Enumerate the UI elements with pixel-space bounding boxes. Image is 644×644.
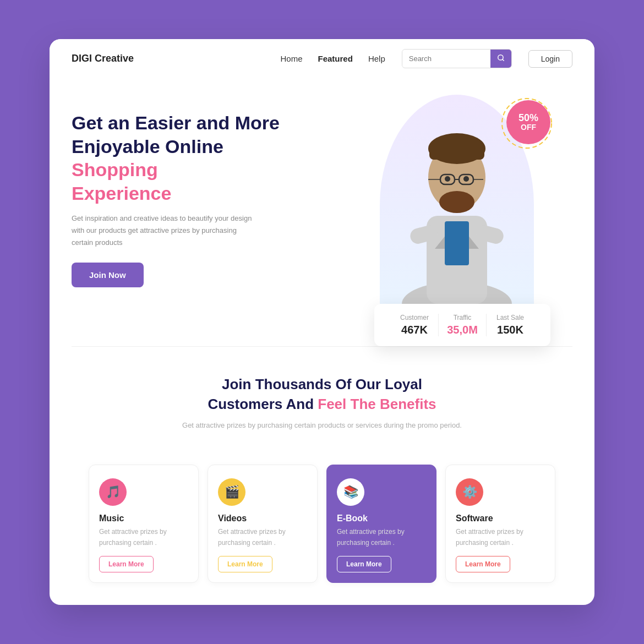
stats-card: Customer 467K Traffic 35,0M Last Sale 15… bbox=[374, 304, 550, 346]
music-card-desc: Get attractive prizes by purchasing cert… bbox=[99, 527, 188, 548]
svg-point-18 bbox=[445, 176, 450, 182]
feature-card-software: ⚙️ Software Get attractive prizes by pur… bbox=[445, 465, 555, 582]
software-card-desc: Get attractive prizes by purchasing cert… bbox=[456, 527, 545, 548]
music-card-name: Music bbox=[99, 514, 188, 523]
software-learn-button[interactable]: Learn More bbox=[456, 556, 510, 572]
ebook-icon: 📚 bbox=[337, 478, 364, 506]
hero-image-area: 50% OFF bbox=[341, 84, 572, 315]
ebook-card-name: E-Book bbox=[337, 514, 426, 523]
music-learn-button[interactable]: Learn More bbox=[99, 556, 154, 572]
feature-card-music: 🎵 Music Get attractive prizes by purchas… bbox=[89, 465, 199, 582]
hero-section: Get an Easier and More Enjoyable Online … bbox=[50, 78, 594, 346]
main-card: DIGI Creative Home Featured Help Login G… bbox=[50, 39, 594, 605]
logo: DIGI Creative bbox=[72, 53, 134, 64]
videos-icon: 🎬 bbox=[218, 478, 245, 506]
svg-rect-6 bbox=[445, 221, 469, 265]
feature-card-ebook: 📚 E-Book Get attractive prizes by purcha… bbox=[326, 465, 436, 582]
feature-card-videos: 🎬 Videos Get attractive prizes by purcha… bbox=[208, 465, 318, 582]
navbar: DIGI Creative Home Featured Help Login bbox=[50, 39, 594, 78]
nav-home[interactable]: Home bbox=[281, 54, 303, 63]
svg-point-19 bbox=[463, 176, 469, 182]
ebook-learn-button[interactable]: Learn More bbox=[337, 556, 391, 572]
music-icon: 🎵 bbox=[99, 478, 127, 506]
section2: Join Thousands Of Our Loyal Customers An… bbox=[50, 347, 594, 449]
nav-help[interactable]: Help bbox=[368, 54, 385, 63]
section2-subtitle: Get attractive prizes by purchasing cert… bbox=[72, 419, 572, 432]
software-card-name: Software bbox=[456, 514, 545, 523]
software-icon: ⚙️ bbox=[456, 478, 483, 506]
search-input[interactable] bbox=[402, 51, 490, 67]
hero-subtitle: Get inspiration and creative ideas to be… bbox=[72, 212, 259, 249]
stat-traffic-label: Traffic bbox=[446, 314, 478, 321]
videos-card-name: Videos bbox=[218, 514, 307, 523]
join-now-button[interactable]: Join Now bbox=[72, 263, 144, 287]
svg-rect-11 bbox=[429, 143, 484, 160]
feature-cards-grid: 🎵 Music Get attractive prizes by purchas… bbox=[50, 448, 594, 604]
search-icon bbox=[497, 54, 505, 62]
search-button[interactable] bbox=[490, 50, 511, 68]
stat-customer-value: 467K bbox=[399, 324, 430, 336]
discount-circle: 50% OFF bbox=[506, 100, 550, 144]
videos-learn-button[interactable]: Learn More bbox=[218, 556, 272, 572]
search-bar bbox=[402, 49, 512, 68]
stat-customer: Customer 467K bbox=[391, 314, 439, 336]
nav-featured[interactable]: Featured bbox=[318, 54, 353, 63]
stat-lastsale: Last Sale 150K bbox=[487, 314, 534, 336]
videos-card-desc: Get attractive prizes by purchasing cert… bbox=[218, 527, 307, 548]
stat-lastsale-value: 150K bbox=[494, 324, 526, 336]
hero-content: Get an Easier and More Enjoyable Online … bbox=[72, 100, 303, 287]
nav-links: Home Featured Help bbox=[281, 54, 385, 64]
discount-badge: 50% OFF bbox=[495, 95, 556, 155]
section2-title: Join Thousands Of Our Loyal Customers An… bbox=[72, 374, 572, 414]
ebook-card-desc: Get attractive prizes by purchasing cert… bbox=[337, 527, 426, 548]
hero-title: Get an Easier and More Enjoyable Online … bbox=[72, 111, 303, 205]
login-button[interactable]: Login bbox=[528, 50, 572, 68]
discount-value: 50% bbox=[519, 113, 538, 124]
stat-traffic-value: 35,0M bbox=[446, 324, 478, 336]
stat-customer-label: Customer bbox=[399, 314, 430, 321]
stat-lastsale-label: Last Sale bbox=[494, 314, 526, 321]
svg-line-1 bbox=[502, 59, 504, 61]
svg-point-12 bbox=[439, 191, 474, 213]
discount-label: OFF bbox=[521, 123, 536, 132]
stat-traffic: Traffic 35,0M bbox=[439, 314, 487, 336]
